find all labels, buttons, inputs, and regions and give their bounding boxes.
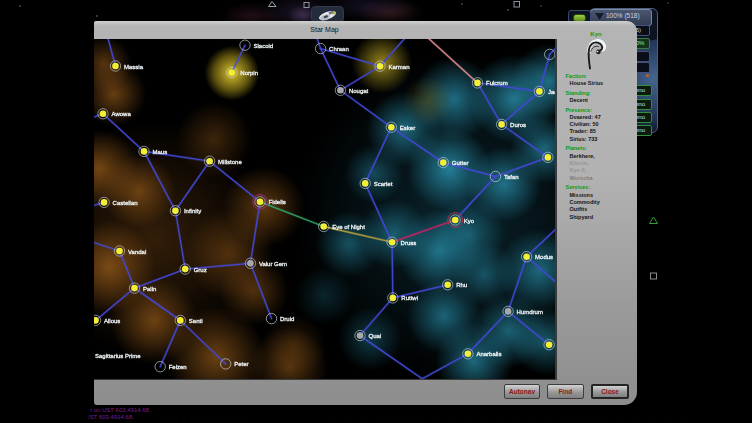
svg-text:Druss: Druss: [401, 240, 417, 246]
svg-text:Peter: Peter: [234, 361, 248, 367]
svg-text:Santi: Santi: [189, 318, 203, 324]
svg-text:Massia: Massia: [124, 64, 144, 70]
svg-text:Duros: Duros: [510, 122, 526, 128]
svg-text:Felzen: Felzen: [169, 364, 187, 370]
svg-text:Fidelis: Fidelis: [269, 199, 286, 205]
svg-text:Esker: Esker: [400, 125, 415, 131]
svg-text:Awowa: Awowa: [112, 111, 132, 117]
svg-text:Ruttwi: Ruttwi: [401, 295, 418, 301]
svg-text:Vandal: Vandal: [128, 249, 146, 255]
svg-text:Maus: Maus: [153, 149, 168, 155]
svg-text:Valur Gem: Valur Gem: [259, 261, 287, 267]
svg-text:Eye of Night: Eye of Night: [332, 224, 365, 230]
svg-text:Allous: Allous: [104, 318, 120, 324]
svg-text:Norpin: Norpin: [240, 70, 258, 76]
svg-text:Quai: Quai: [369, 333, 382, 339]
svg-text:Infinity: Infinity: [184, 208, 201, 214]
svg-text:Sagittarius Prime: Sagittarius Prime: [95, 353, 141, 359]
svg-text:Rhu: Rhu: [456, 282, 467, 288]
svg-text:Karman: Karman: [389, 64, 410, 70]
svg-text:Druid: Druid: [280, 316, 294, 322]
svg-text:Gutter: Gutter: [452, 160, 469, 166]
svg-text:Jade: Jade: [548, 89, 555, 95]
svg-text:Scarlet: Scarlet: [374, 181, 393, 187]
svg-text:Palin: Palin: [143, 286, 156, 292]
svg-text:Millstone: Millstone: [218, 159, 242, 165]
svg-text:Fulcrum: Fulcrum: [486, 80, 508, 86]
svg-text:Tafan: Tafan: [504, 174, 519, 180]
svg-text:Modus Mana: Modus Mana: [535, 254, 555, 260]
svg-text:Slacoid: Slacoid: [254, 43, 274, 49]
svg-text:Humdrum: Humdrum: [517, 309, 543, 315]
svg-text:Gruz: Gruz: [194, 267, 207, 273]
svg-text:Castellan: Castellan: [113, 200, 138, 206]
svg-text:Kyo: Kyo: [464, 218, 475, 224]
svg-text:Anarbalis: Anarbalis: [476, 351, 501, 357]
svg-text:Nougat: Nougat: [349, 88, 369, 94]
svg-text:Chraan: Chraan: [329, 46, 349, 52]
